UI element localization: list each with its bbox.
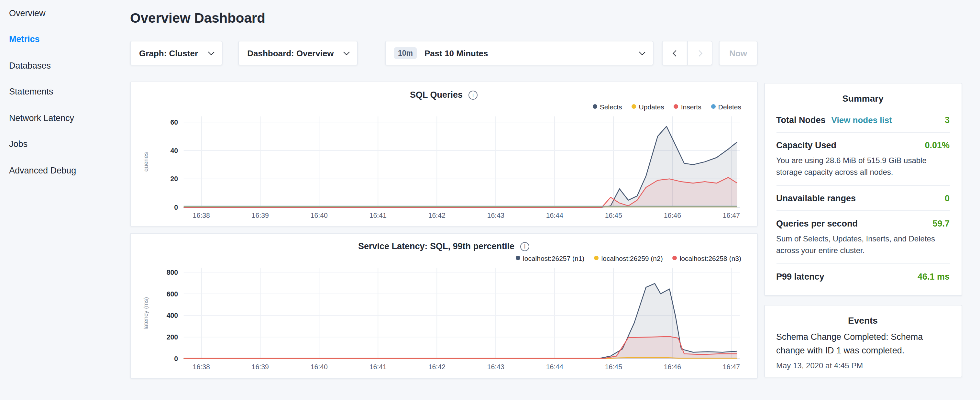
event-timestamp: May 13, 2020 at 4:45 PM xyxy=(776,361,950,370)
time-range-badge: 10m xyxy=(394,47,417,59)
chevron-right-icon xyxy=(695,50,702,56)
graph-dropdown[interactable]: Graph: Cluster xyxy=(130,41,223,65)
time-forward-button[interactable] xyxy=(687,41,713,65)
chart-header: Service Latency: SQL, 99th percentile i xyxy=(140,242,748,252)
sidebar-item-label: Advanced Debug xyxy=(9,166,76,175)
graph-dropdown-value: Graph: Cluster xyxy=(139,48,198,58)
svg-text:16:39: 16:39 xyxy=(252,363,269,371)
svg-text:0: 0 xyxy=(174,355,178,363)
info-icon[interactable]: i xyxy=(468,90,477,99)
dashboard-dropdown-value: Dashboard: Overview xyxy=(247,48,334,58)
svg-text:queries: queries xyxy=(142,152,149,172)
svg-text:20: 20 xyxy=(170,175,178,183)
sidebar-item-label: Overview xyxy=(9,8,46,18)
legend-dot-icon xyxy=(516,256,520,261)
page-title: Overview Dashboard xyxy=(130,10,757,26)
events-panel: Events Schema Change Completed: Schema c… xyxy=(764,305,962,377)
summary-value: 46.1 ms xyxy=(918,272,950,282)
sidebar-item-label: Statements xyxy=(9,87,53,97)
time-pager xyxy=(662,41,713,65)
svg-text:400: 400 xyxy=(167,312,178,320)
chevron-left-icon xyxy=(673,50,679,56)
chart-title: Service Latency: SQL, 99th percentile xyxy=(358,242,514,252)
nav-sidebar: Overview Metrics Databases Statements Ne… xyxy=(0,0,130,400)
summary-row-capacity-used: Capacity Used 0.01% You are using 28.6 M… xyxy=(776,133,950,186)
legend-item: localhost:26258 (n3) xyxy=(673,254,741,263)
sidebar-item-label: Databases xyxy=(9,61,51,70)
legend-item: localhost:26257 (n1) xyxy=(516,254,584,263)
sidebar-item-statements[interactable]: Statements xyxy=(0,79,130,105)
legend-dot-icon xyxy=(711,104,716,109)
svg-text:200: 200 xyxy=(167,334,178,341)
summary-value: 3 xyxy=(945,115,950,125)
sidebar-item-overview[interactable]: Overview xyxy=(0,0,130,26)
svg-text:16:40: 16:40 xyxy=(310,363,328,371)
legend-label: Inserts xyxy=(681,103,702,110)
svg-text:16:39: 16:39 xyxy=(252,212,269,220)
legend-dot-icon xyxy=(594,256,598,261)
svg-text:16:44: 16:44 xyxy=(546,363,563,371)
svg-text:16:40: 16:40 xyxy=(310,212,328,220)
chart-title: SQL Queries xyxy=(410,90,463,100)
svg-text:16:46: 16:46 xyxy=(664,212,681,220)
chart-svg: 16:3816:3916:4016:4116:4216:4316:4416:45… xyxy=(140,113,748,222)
svg-text:16:47: 16:47 xyxy=(723,212,740,220)
dashboard-dropdown[interactable]: Dashboard: Overview xyxy=(238,41,358,65)
legend-item: Selects xyxy=(593,102,622,111)
legend-label: localhost:26258 (n3) xyxy=(680,254,741,262)
legend-dot-icon xyxy=(674,104,678,109)
svg-text:800: 800 xyxy=(167,269,178,277)
chart-header: SQL Queries i xyxy=(140,90,748,100)
view-nodes-list-link[interactable]: View nodes list xyxy=(832,115,892,125)
time-range-dropdown[interactable]: 10m Past 10 Minutes xyxy=(385,41,654,65)
now-button[interactable]: Now xyxy=(719,41,757,65)
events-title: Events xyxy=(776,315,950,325)
summary-description: Sum of Selects, Updates, Inserts, and De… xyxy=(776,233,950,256)
right-sidebar: Summary Total Nodes View nodes list 3 Ca… xyxy=(764,0,962,400)
svg-text:16:42: 16:42 xyxy=(428,363,445,371)
summary-row-queries-per-second: Queries per second 59.7 Sum of Selects, … xyxy=(776,211,950,264)
legend-label: localhost:26259 (n2) xyxy=(601,254,663,262)
summary-panel: Summary Total Nodes View nodes list 3 Ca… xyxy=(764,83,962,296)
sidebar-item-jobs[interactable]: Jobs xyxy=(0,131,130,157)
legend-label: Selects xyxy=(600,103,622,110)
svg-text:16:41: 16:41 xyxy=(369,363,387,371)
summary-value: 59.7 xyxy=(932,219,950,228)
svg-text:16:41: 16:41 xyxy=(369,212,387,220)
svg-text:0: 0 xyxy=(174,204,178,211)
chart-plot[interactable]: 16:3816:3916:4016:4116:4216:4316:4416:45… xyxy=(140,265,748,374)
chart-plot[interactable]: 16:3816:3916:4016:4116:4216:4316:4416:45… xyxy=(140,113,748,222)
summary-value: 0.01% xyxy=(925,140,950,150)
chart-card-sql-queries: SQL Queries i SelectsUpdatesInsertsDelet… xyxy=(130,81,757,227)
sidebar-item-network-latency[interactable]: Network Latency xyxy=(0,105,130,131)
svg-text:16:43: 16:43 xyxy=(487,212,504,220)
summary-value: 0 xyxy=(945,193,950,203)
svg-text:latency (ms): latency (ms) xyxy=(142,297,149,330)
time-back-button[interactable] xyxy=(662,41,687,65)
legend-item: Deletes xyxy=(711,102,741,111)
legend-label: localhost:26257 (n1) xyxy=(523,254,584,262)
chevron-down-icon xyxy=(639,49,646,55)
svg-text:16:38: 16:38 xyxy=(193,212,210,220)
main-content: Overview Dashboard Graph: Cluster Dashbo… xyxy=(130,0,764,400)
legend-item: Updates xyxy=(632,102,664,111)
summary-row-p99-latency: P99 latency 46.1 ms xyxy=(776,264,950,288)
summary-label: P99 latency xyxy=(776,272,824,282)
summary-label: Unavailable ranges xyxy=(776,193,856,203)
time-range-value: Past 10 Minutes xyxy=(425,48,488,58)
sidebar-item-metrics[interactable]: Metrics xyxy=(0,26,130,53)
legend-item: localhost:26259 (n2) xyxy=(594,254,663,263)
sidebar-item-label: Metrics xyxy=(9,35,40,44)
chart-svg: 16:3816:3916:4016:4116:4216:4316:4416:45… xyxy=(140,265,748,374)
svg-text:16:44: 16:44 xyxy=(546,212,563,220)
legend-label: Deletes xyxy=(718,103,741,110)
svg-text:16:46: 16:46 xyxy=(664,363,681,371)
info-icon[interactable]: i xyxy=(520,242,529,251)
sidebar-item-label: Jobs xyxy=(9,139,27,149)
summary-label: Total Nodes xyxy=(776,115,826,125)
sidebar-item-advanced-debug[interactable]: Advanced Debug xyxy=(0,157,130,183)
chart-legend: localhost:26257 (n1)localhost:26259 (n2)… xyxy=(140,254,741,263)
summary-row-total-nodes: Total Nodes View nodes list 3 xyxy=(776,107,950,133)
summary-label: Capacity Used xyxy=(776,140,836,150)
sidebar-item-databases[interactable]: Databases xyxy=(0,53,130,79)
